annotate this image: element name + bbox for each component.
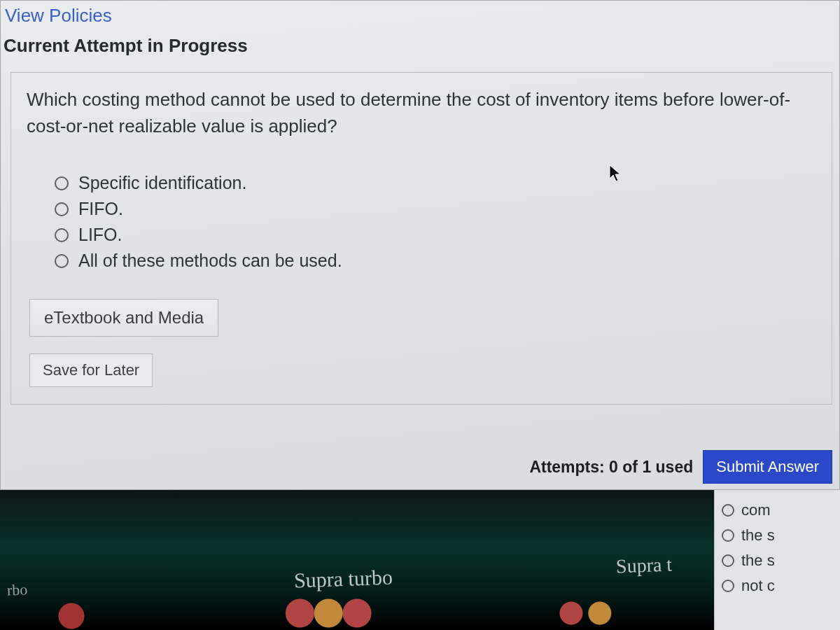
view-policies-link[interactable]: View Policies <box>1 1 116 31</box>
question-box: Which costing method cannot be used to d… <box>10 72 832 405</box>
attempts-row: Attempts: 0 of 1 used Submit Answer <box>529 450 832 484</box>
background-quiz-panel: com the s the s not c <box>714 490 840 630</box>
radio-icon <box>55 176 69 190</box>
radio-icon <box>55 202 69 216</box>
photo-text: Supra t <box>615 554 672 578</box>
option-label: All of these methods can be used. <box>78 251 342 271</box>
bg-option-label: not c <box>741 577 775 595</box>
etextbook-button[interactable]: eTextbook and Media <box>29 299 218 337</box>
photo-text: Supra turbo <box>293 566 393 593</box>
bg-option-row[interactable]: not c <box>722 577 840 595</box>
option-lifo[interactable]: LIFO. <box>55 225 816 245</box>
bg-option-row[interactable]: com <box>722 501 840 519</box>
photo-text: rbo <box>7 580 28 599</box>
radio-icon <box>722 580 734 592</box>
question-text: Which costing method cannot be used to d… <box>27 87 816 139</box>
submit-answer-button[interactable]: Submit Answer <box>703 450 832 484</box>
attempt-heading: Current Attempt in Progress <box>1 31 839 66</box>
attempts-label: Attempts: 0 of 1 used <box>529 458 693 477</box>
radio-icon <box>722 554 734 567</box>
option-label: FIFO. <box>78 199 123 219</box>
save-for-later-button[interactable]: Save for Later <box>29 354 153 387</box>
options-group: Specific identification. FIFO. LIFO. All… <box>27 173 816 271</box>
radio-icon <box>722 529 734 542</box>
bg-option-label: the s <box>741 526 775 545</box>
option-label: LIFO. <box>78 225 122 245</box>
quiz-panel: View Policies Current Attempt in Progres… <box>0 0 840 490</box>
radio-icon <box>55 254 69 268</box>
radio-icon <box>55 228 69 242</box>
option-specific-identification[interactable]: Specific identification. <box>55 173 816 193</box>
option-all-methods[interactable]: All of these methods can be used. <box>55 251 816 271</box>
bg-option-row[interactable]: the s <box>722 526 840 545</box>
option-fifo[interactable]: FIFO. <box>55 199 816 219</box>
bg-option-row[interactable]: the s <box>722 552 840 570</box>
background-photo <box>0 490 714 630</box>
bg-option-label: the s <box>741 552 775 570</box>
option-label: Specific identification. <box>78 173 246 193</box>
radio-icon <box>722 504 734 517</box>
bg-option-label: com <box>741 501 771 519</box>
